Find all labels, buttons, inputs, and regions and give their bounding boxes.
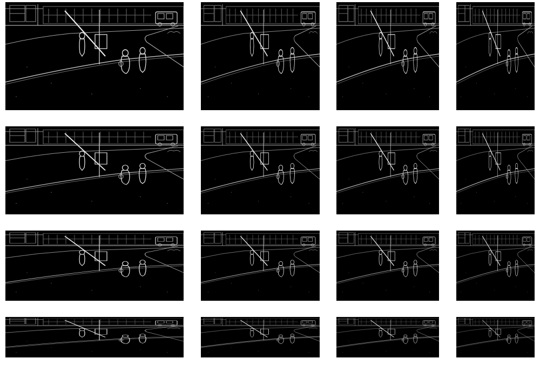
edge-image-r3c1: [5, 231, 184, 301]
edge-image-r1c2: [201, 2, 320, 110]
edge-image-r3c3: [336, 231, 439, 301]
edge-image-r2c4: [456, 126, 535, 214]
edge-image-r1c4: [456, 2, 535, 110]
edge-image-r1c3: [336, 2, 439, 110]
image-scale-grid: [5, 2, 535, 357]
grid-row: [5, 2, 535, 110]
edge-image-r4c2: [201, 317, 320, 357]
edge-image-r1c1: [5, 2, 184, 110]
edge-image-r4c4: [456, 317, 535, 357]
grid-row: [5, 231, 535, 301]
edge-image-r3c2: [201, 231, 320, 301]
edge-image-r2c1: [5, 126, 184, 214]
grid-row: [5, 126, 535, 214]
edge-image-r2c2: [201, 126, 320, 214]
edge-image-r3c4: [456, 231, 535, 301]
edge-image-r2c3: [336, 126, 439, 214]
grid-row: [5, 317, 535, 357]
edge-image-r4c3: [336, 317, 439, 357]
edge-image-r4c1: [5, 317, 184, 357]
